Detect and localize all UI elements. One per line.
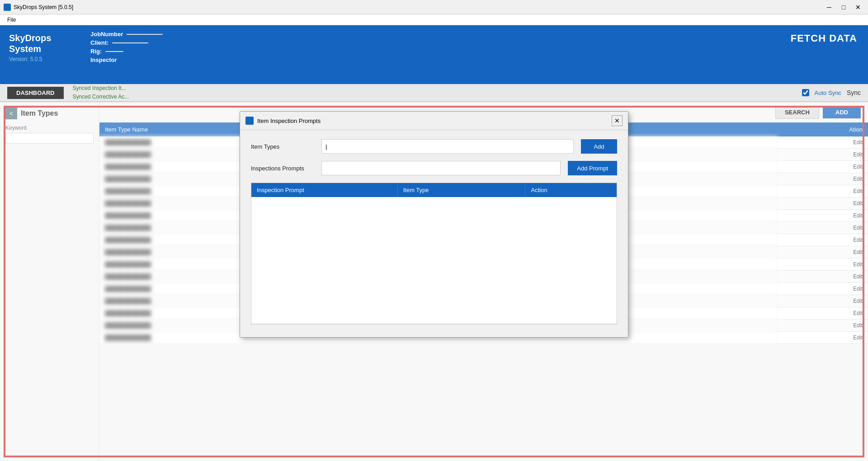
add-prompt-button[interactable]: Add Prompt [568, 161, 617, 175]
dialog-table-body [251, 197, 617, 324]
fetch-data-button[interactable]: FETCH DATA [791, 33, 857, 44]
rig-label: Rig: [90, 48, 102, 55]
dialog-col-action: Action [525, 183, 617, 197]
job-number-label: JobNumber [90, 31, 123, 38]
title-bar-controls: ─ □ ✕ [823, 2, 864, 12]
menu-bar: File [0, 14, 868, 25]
item-types-row: Item Types Add [251, 139, 617, 154]
title-bar-left: SkyDrops System [5.0.5] [4, 4, 73, 11]
app-title: SkyDrops System [5.0.5] [14, 4, 73, 10]
app-container: SkyDrops System Version: 5.0.5 JobNumber… [0, 25, 868, 461]
logo-text: SkyDrops System [9, 33, 72, 54]
synced-line1: Synced Inspection It... [73, 84, 129, 93]
dialog-col-item-type: Item Type [397, 183, 525, 197]
item-types-label: Item Types [251, 143, 314, 150]
client-row: Client: [90, 39, 771, 46]
header-right: FETCH DATA [780, 25, 868, 84]
sync-button[interactable]: Sync [847, 89, 861, 96]
synced-info: Synced Inspection It... Synced Correctiv… [73, 84, 129, 101]
dialog-title-text: Item Inspection Prompts [257, 118, 321, 124]
auto-sync-checkbox[interactable] [802, 89, 809, 96]
file-menu[interactable]: File [4, 16, 19, 24]
app-header: SkyDrops System Version: 5.0.5 JobNumber… [0, 25, 868, 84]
nav-bar: DASHBOARD Synced Inspection It... Synced… [0, 84, 868, 102]
job-number-row: JobNumber [90, 31, 771, 38]
job-number-value [127, 34, 163, 35]
maximize-button[interactable]: □ [837, 2, 850, 12]
inspector-row: Inspector [90, 56, 771, 63]
dashboard-button[interactable]: DASHBOARD [7, 87, 64, 99]
minimize-button[interactable]: ─ [823, 2, 835, 12]
dialog-icon [245, 117, 254, 125]
client-label: Client: [90, 39, 108, 46]
title-bar: SkyDrops System [5.0.5] ─ □ ✕ [0, 0, 868, 14]
inspector-label: Inspector [90, 56, 117, 63]
dialog-title: Item Inspection Prompts [245, 117, 321, 125]
content-area: < Item Types Keyword SEARCH ADD Item Typ… [0, 102, 868, 461]
inspection-prompts-table: Inspection Prompt Item Type Action [251, 183, 617, 324]
dialog-table-area: Inspection Prompt Item Type Action [251, 183, 617, 325]
header-info: JobNumber Client: Rig: Inspector [81, 25, 780, 84]
logo-version: Version: 5.0.5 [9, 56, 72, 62]
auto-sync-label: Auto Sync [815, 89, 841, 96]
dialog-close-button[interactable]: ✕ [612, 115, 623, 126]
app-icon [4, 4, 11, 11]
nav-right: Auto Sync Sync [802, 89, 861, 96]
rig-row: Rig: [90, 48, 771, 55]
item-types-input[interactable] [321, 139, 574, 154]
header-logo: SkyDrops System Version: 5.0.5 [0, 25, 81, 84]
dialog-titlebar: Item Inspection Prompts ✕ [240, 112, 628, 130]
rig-value [105, 51, 123, 52]
dialog-col-inspection-prompt: Inspection Prompt [251, 183, 397, 197]
modal-overlay: Item Inspection Prompts ✕ Item Types Add… [0, 102, 868, 461]
inspections-prompts-row: Inspections Prompts Add Prompt [251, 161, 617, 175]
synced-line2: Synced Corrective Ac... [73, 93, 129, 101]
close-button[interactable]: ✕ [852, 2, 864, 12]
dialog-body: Item Types Add Inspections Prompts Add P… [240, 130, 628, 337]
inspections-prompts-input[interactable] [321, 161, 561, 175]
add-item-type-button[interactable]: Add [581, 139, 617, 154]
inspections-prompts-label: Inspections Prompts [251, 165, 314, 172]
dialog: Item Inspection Prompts ✕ Item Types Add… [240, 111, 628, 338]
client-value [112, 42, 148, 43]
